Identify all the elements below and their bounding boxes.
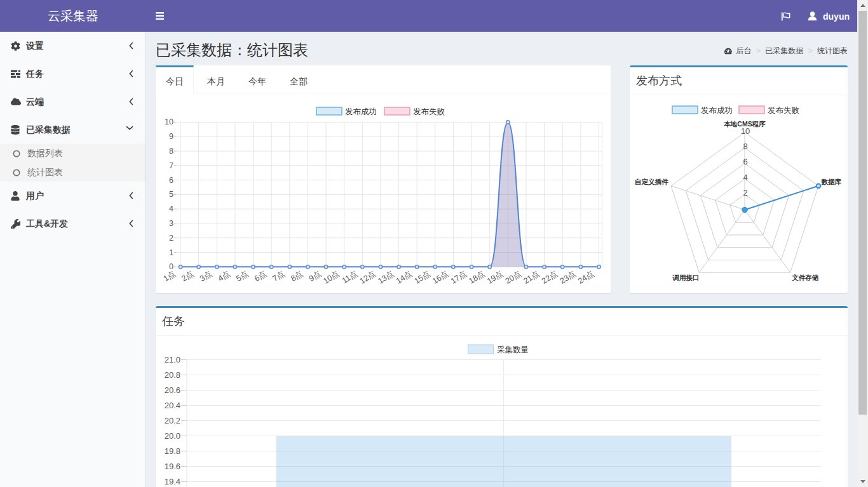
svg-text:自定义插件: 自定义插件 [635, 178, 668, 185]
svg-text:4: 4 [743, 173, 747, 182]
svg-text:8点: 8点 [289, 269, 304, 283]
svg-text:4: 4 [169, 204, 173, 213]
svg-text:17点: 17点 [449, 269, 468, 286]
svg-text:19点: 19点 [485, 269, 505, 286]
svg-text:20.4: 20.4 [165, 401, 180, 410]
svg-text:5点: 5点 [234, 269, 250, 283]
svg-text:2: 2 [169, 234, 173, 243]
svg-text:2: 2 [743, 188, 747, 197]
svg-text:11点: 11点 [341, 269, 359, 285]
svg-text:13点: 13点 [376, 269, 395, 286]
svg-text:21点: 21点 [522, 269, 541, 286]
svg-text:8: 8 [169, 147, 173, 156]
svg-text:19.8: 19.8 [165, 446, 180, 456]
svg-text:15点: 15点 [413, 269, 432, 286]
svg-text:12点: 12点 [358, 269, 377, 286]
svg-text:4点: 4点 [217, 269, 232, 283]
svg-text:10: 10 [741, 126, 750, 136]
svg-text:20.0: 20.0 [165, 431, 180, 441]
svg-text:9: 9 [169, 132, 173, 141]
svg-text:18点: 18点 [467, 269, 486, 286]
svg-text:发布失败: 发布失败 [413, 107, 445, 116]
svg-text:采集数量: 采集数量 [497, 345, 529, 354]
svg-text:发布成功: 发布成功 [345, 107, 377, 116]
svg-text:7点: 7点 [271, 269, 286, 283]
svg-text:20.2: 20.2 [165, 416, 180, 425]
svg-text:20.8: 20.8 [165, 370, 180, 380]
svg-text:20点: 20点 [504, 269, 523, 286]
svg-text:发布失败: 发布失败 [768, 106, 799, 115]
svg-text:5: 5 [169, 190, 173, 199]
svg-text:6: 6 [743, 157, 747, 166]
svg-text:10点: 10点 [322, 269, 341, 286]
svg-text:数据库: 数据库 [821, 178, 842, 185]
svg-text:文件存储: 文件存储 [792, 274, 819, 281]
svg-text:19.6: 19.6 [165, 462, 180, 471]
svg-text:调用接口: 调用接口 [672, 274, 699, 281]
svg-text:本地CMS程序: 本地CMS程序 [723, 120, 766, 128]
svg-text:16点: 16点 [431, 269, 450, 286]
svg-text:3: 3 [169, 219, 173, 228]
svg-text:8: 8 [743, 142, 747, 151]
svg-text:1: 1 [169, 248, 173, 257]
svg-text:6: 6 [169, 176, 173, 185]
svg-text:14点: 14点 [395, 269, 414, 286]
svg-text:9点: 9点 [308, 269, 323, 283]
svg-text:7: 7 [169, 161, 173, 170]
svg-text:2点: 2点 [180, 269, 195, 283]
svg-text:10: 10 [165, 117, 173, 126]
svg-text:1点: 1点 [162, 269, 177, 283]
svg-text:6点: 6点 [253, 269, 268, 283]
svg-text:24点: 24点 [576, 269, 595, 286]
svg-text:22点: 22点 [540, 269, 559, 286]
svg-text:发布成功: 发布成功 [701, 106, 733, 115]
svg-text:23点: 23点 [559, 269, 578, 286]
svg-text:19.4: 19.4 [165, 477, 180, 486]
svg-text:21.0: 21.0 [165, 355, 180, 364]
svg-text:3点: 3点 [198, 269, 214, 283]
svg-text:20.6: 20.6 [165, 385, 180, 395]
